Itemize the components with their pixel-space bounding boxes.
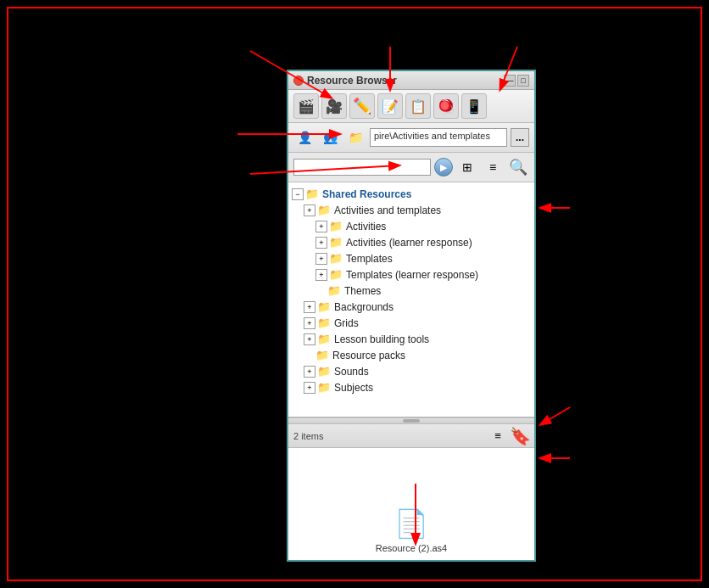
sounds-label: Sounds [334, 366, 369, 378]
toggle-subjects[interactable]: + [304, 382, 315, 394]
title-bar-left: Resource Browser [293, 75, 397, 87]
resource-browser-window: Resource Browser — □ 🎬 🎥 ✏️ 📝 📋 🪀 📱 👤 👥 … [287, 70, 536, 562]
splitter-handle [403, 419, 420, 423]
nav-path: pire\Activities and templates [370, 128, 507, 147]
film-icon[interactable]: 🎥 [321, 93, 347, 119]
maximize-button[interactable]: □ [517, 75, 529, 87]
lesson-tools-label: Lesson building tools [334, 333, 429, 345]
tree-item-activities-templates[interactable]: + 📁 Activities and templates [288, 202, 534, 218]
resource-packs-label: Resource packs [332, 350, 405, 361]
subjects-label: Subjects [334, 382, 373, 394]
folder-resource-packs-icon: 📁 [315, 349, 329, 361]
toy-icon[interactable]: 🪀 [433, 93, 459, 119]
tree-item-lesson-tools[interactable]: + 📁 Lesson building tools [288, 331, 534, 347]
minimize-button[interactable]: — [504, 75, 516, 87]
title-bar-controls: — □ [504, 75, 529, 87]
toggle-lesson-tools[interactable]: + [304, 333, 315, 345]
tree-item-subjects[interactable]: + 📁 Subjects [288, 379, 534, 395]
person-icon[interactable]: 👤 [293, 126, 315, 148]
search-bar: ▶ ⊞ ≡ 🔍 [288, 153, 534, 182]
search-go-button[interactable]: ▶ [434, 158, 453, 176]
tree-item-templates[interactable]: + 📁 Templates [288, 250, 534, 266]
shared-resources-label: Shared Resources [322, 188, 411, 200]
toggle-activities-learner[interactable]: + [315, 237, 327, 249]
panel-splitter[interactable] [288, 417, 534, 424]
close-button[interactable] [293, 76, 304, 86]
nav-bar: 👤 👥 📁 pire\Activities and templates ... [288, 123, 534, 153]
stamp-icon[interactable]: 🔖 [511, 427, 529, 445]
refresh-search-icon[interactable]: 🔍 [507, 156, 529, 178]
backgrounds-label: Backgrounds [334, 301, 394, 313]
folder-templates-learner-icon: 📁 [329, 268, 343, 281]
note-icon[interactable]: 📝 [377, 93, 403, 119]
activity-icon[interactable]: 🎬 [293, 93, 319, 119]
folder-templates-icon: 📁 [329, 252, 343, 265]
toggle-backgrounds[interactable]: + [304, 301, 315, 313]
content-area: 📄 Resource (2).as4 [288, 448, 534, 560]
folder-activities-learner-icon: 📁 [329, 236, 343, 249]
title-bar: Resource Browser — □ [288, 71, 534, 90]
toggle-activities[interactable]: + [315, 221, 327, 232]
phone-icon[interactable]: 📱 [461, 93, 487, 119]
tree-item-shared-resources[interactable]: − 📁 Shared Resources [288, 186, 534, 202]
toggle-shared-resources[interactable]: − [292, 188, 304, 200]
tree-item-resource-packs[interactable]: 📁 Resource packs [288, 347, 534, 363]
templates-learner-label: Templates (learner response) [346, 269, 478, 281]
folder-themes-icon: 📁 [327, 284, 341, 297]
folder-shared-icon: 📁 [305, 188, 319, 200]
activities-learner-label: Activities (learner response) [346, 237, 472, 249]
folder-subjects-icon: 📁 [317, 381, 331, 394]
main-toolbar: 🎬 🎥 ✏️ 📝 📋 🪀 📱 [288, 90, 534, 123]
list-view-toggle-icon[interactable]: ≡ [482, 156, 504, 178]
bottom-toolbar: 2 items ≡ 🔖 [288, 424, 534, 448]
toggle-grids[interactable]: + [304, 317, 315, 329]
bottom-panel: 2 items ≡ 🔖 ℹ 📄 Resource (2).as4 [288, 424, 534, 560]
activities-templates-label: Activities and templates [334, 204, 441, 216]
tree-item-templates-learner[interactable]: + 📁 Templates (learner response) [288, 266, 534, 283]
toggle-activities-templates[interactable]: + [304, 204, 315, 216]
pencil-icon[interactable]: ✏️ [349, 93, 375, 119]
tree-item-activities-learner[interactable]: + 📁 Activities (learner response) [288, 234, 534, 250]
group-icon[interactable]: 👥 [319, 126, 341, 148]
svg-line-6 [541, 407, 570, 424]
file-tree: − 📁 Shared Resources + 📁 Activities and … [288, 182, 534, 417]
folder-lesson-tools-icon: 📁 [317, 333, 331, 345]
folder-sounds-icon: 📁 [317, 365, 331, 378]
folder-nav-icon[interactable]: 📁 [344, 126, 366, 148]
activities-label: Activities [346, 221, 386, 232]
folder-backgrounds-icon: 📁 [317, 300, 331, 313]
folder-grids-icon: 📁 [317, 316, 331, 329]
bottom-icons: ≡ 🔖 [488, 427, 529, 445]
tree-item-activities[interactable]: + 📁 Activities [288, 218, 534, 234]
toggle-templates[interactable]: + [315, 253, 327, 265]
toggle-sounds[interactable]: + [304, 366, 315, 378]
grids-label: Grids [334, 317, 359, 329]
window-title: Resource Browser [307, 75, 397, 87]
more-options-button[interactable]: ... [511, 128, 529, 147]
items-count: 2 items [293, 431, 323, 441]
tree-item-backgrounds[interactable]: + 📁 Backgrounds [288, 299, 534, 315]
list-icon[interactable]: 📋 [405, 93, 431, 119]
resource-file-icon: 📄 [394, 507, 428, 540]
search-input[interactable] [293, 159, 431, 176]
templates-label: Templates [346, 253, 393, 265]
resource-label: Resource (2).as4 [376, 543, 447, 553]
folder-activities-icon: 📁 [329, 220, 343, 232]
tree-item-sounds[interactable]: + 📁 Sounds [288, 363, 534, 379]
toggle-templates-learner[interactable]: + [315, 269, 327, 281]
list-view-icon[interactable]: ≡ [488, 427, 507, 445]
resource-item[interactable]: 📄 Resource (2).as4 [376, 507, 447, 553]
folder-activities-templates-icon: 📁 [317, 204, 331, 216]
grid-view-icon[interactable]: ⊞ [456, 156, 478, 178]
tree-item-grids[interactable]: + 📁 Grids [288, 315, 534, 331]
tree-item-themes[interactable]: 📁 Themes [288, 283, 534, 299]
themes-label: Themes [344, 285, 381, 297]
